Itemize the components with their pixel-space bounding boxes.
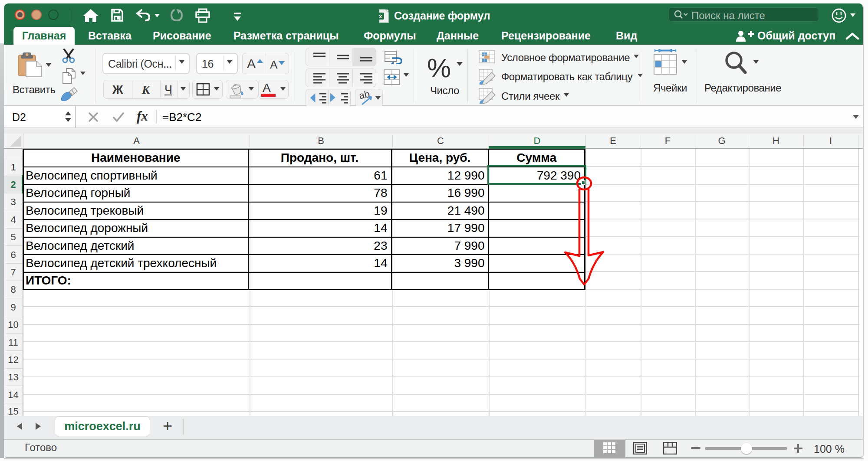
svg-text:x: x xyxy=(379,13,382,20)
